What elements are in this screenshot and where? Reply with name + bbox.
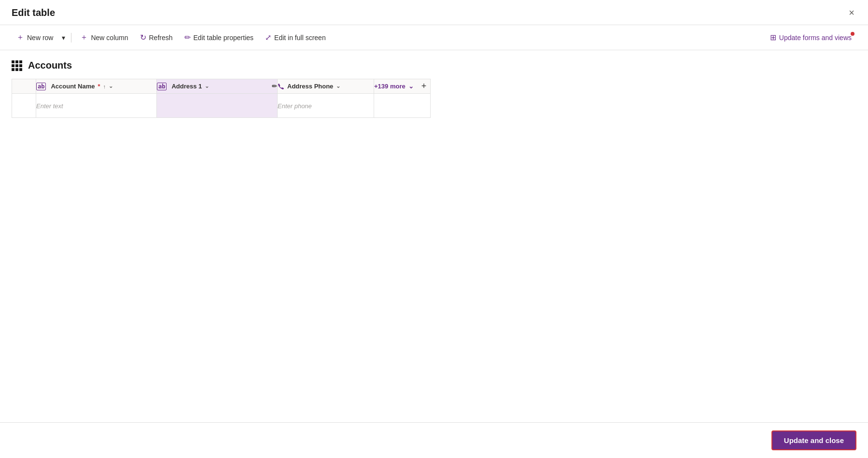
- update-forms-button[interactable]: ⊞ Update forms and views: [765, 30, 856, 45]
- edit-fullscreen-label: Edit in full screen: [274, 34, 326, 42]
- address-phone-chevron-icon[interactable]: ⌄: [336, 83, 340, 89]
- fullscreen-icon: ⤢: [265, 33, 271, 42]
- address-phone-column-header[interactable]: Address Phone ⌄: [278, 79, 374, 94]
- row-num-header: [12, 79, 36, 94]
- accounts-table: ab Account Name * ↑ ⌄ ab Address 1 ⌄: [12, 79, 431, 118]
- more-columns-header: +139 more ⌄ +: [374, 79, 431, 94]
- sort-ascending-icon[interactable]: ↑: [103, 84, 106, 89]
- table-section: Accounts ab Account Name * ↑ ⌄: [0, 50, 868, 422]
- toolbar-right: ⊞ Update forms and views: [765, 30, 856, 45]
- refresh-button[interactable]: ↻ Refresh: [135, 30, 178, 45]
- edit-fullscreen-button[interactable]: ⤢ Edit in full screen: [260, 30, 331, 45]
- modal-title: Edit table: [12, 7, 55, 18]
- new-column-label: New column: [91, 34, 128, 42]
- account-name-cell[interactable]: Enter text: [36, 94, 157, 118]
- notification-dot: [851, 32, 854, 36]
- new-row-button[interactable]: ＋ New row: [12, 29, 58, 45]
- address1-label: Address 1: [171, 83, 202, 90]
- more-columns-cell: [374, 94, 431, 118]
- grid-icon: [12, 60, 22, 71]
- edit-icon: ✏: [184, 33, 191, 42]
- phone-icon: [278, 83, 284, 90]
- row-number-cell: [12, 94, 36, 118]
- address-phone-cell[interactable]: Enter phone: [278, 94, 374, 118]
- edit-table-modal: Edit table × ＋ New row ▾ ＋ New column ↻ …: [0, 0, 868, 458]
- plus-icon-2: ＋: [80, 32, 88, 43]
- account-name-field-icon: ab: [36, 83, 46, 90]
- new-column-button[interactable]: ＋ New column: [75, 29, 133, 45]
- plus-icon: ＋: [16, 32, 24, 43]
- update-close-button[interactable]: Update and close: [771, 430, 856, 450]
- add-column-button[interactable]: +: [418, 79, 431, 93]
- address1-column-header[interactable]: ab Address 1 ⌄ ✏: [157, 79, 278, 94]
- address1-chevron-icon[interactable]: ⌄: [205, 83, 209, 89]
- modal-footer: Update and close: [0, 422, 868, 458]
- update-forms-icon: ⊞: [770, 33, 776, 42]
- more-columns-button[interactable]: +139 more ⌄: [374, 83, 414, 90]
- table-header-row: ab Account Name * ↑ ⌄ ab Address 1 ⌄: [12, 79, 431, 94]
- account-name-placeholder: Enter text: [36, 102, 63, 110]
- update-forms-label: Update forms and views: [779, 34, 852, 42]
- new-row-label: New row: [27, 34, 53, 42]
- address1-cell[interactable]: [157, 94, 278, 118]
- edit-table-properties-label: Edit table properties: [194, 34, 254, 42]
- toolbar: ＋ New row ▾ ＋ New column ↻ Refresh ✏ Edi…: [0, 25, 868, 50]
- address-phone-placeholder: Enter phone: [278, 102, 312, 110]
- account-name-required-star: *: [98, 83, 100, 90]
- account-name-column-header[interactable]: ab Account Name * ↑ ⌄: [36, 79, 157, 94]
- table-row: Enter text Enter phone: [12, 94, 431, 118]
- address1-field-icon: ab: [157, 83, 167, 90]
- address1-edit-icon[interactable]: ✏: [272, 83, 277, 90]
- refresh-label: Refresh: [149, 34, 173, 42]
- close-button[interactable]: ×: [845, 5, 858, 20]
- address-phone-label: Address Phone: [287, 83, 333, 90]
- new-row-dropdown-button[interactable]: ▾: [60, 31, 67, 44]
- more-columns-chevron-icon: ⌄: [408, 83, 414, 90]
- table-heading: Accounts: [12, 60, 856, 71]
- refresh-icon: ↻: [140, 33, 146, 42]
- account-name-label: Account Name: [51, 83, 95, 90]
- toolbar-divider-1: [71, 33, 71, 43]
- more-columns-label: +139 more: [374, 83, 406, 90]
- modal-header: Edit table ×: [0, 0, 868, 25]
- edit-table-properties-button[interactable]: ✏ Edit table properties: [180, 30, 259, 45]
- account-name-chevron-icon[interactable]: ⌄: [109, 83, 113, 89]
- table-heading-text: Accounts: [28, 60, 72, 71]
